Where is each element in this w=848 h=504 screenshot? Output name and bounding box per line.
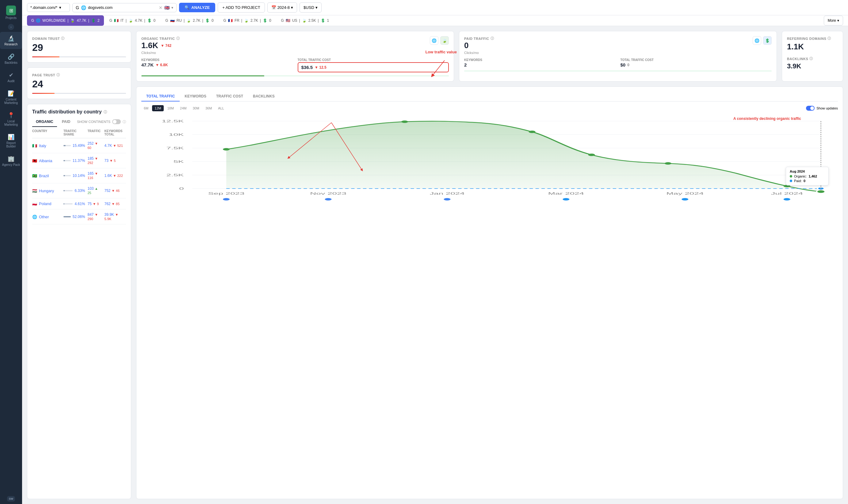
svg-point-30 [444, 198, 450, 200]
share-bar-wrap: 4.61% [64, 202, 85, 206]
sidebar-item-report[interactable]: 📊 Report Builder [0, 131, 22, 151]
btn-6m[interactable]: 6M [141, 105, 151, 111]
backlinks-label: BACKLINKS ⓘ [787, 56, 838, 61]
more-locations-button[interactable]: More ▾ [824, 16, 843, 25]
add-to-project-button[interactable]: + ADD TO PROJECT [218, 2, 265, 13]
country-name[interactable]: 🇭🇺 Hungary [32, 188, 61, 193]
tab-fr[interactable]: G 🇫🇷 FR | 🍃 2.7K | 💲 0 [219, 15, 276, 26]
paid-kw-value: 2 [464, 62, 616, 68]
country-name[interactable]: 🇵🇱 Poland [32, 201, 61, 206]
sidebar-item-backlinks[interactable]: 🔗 Backlinks [0, 50, 22, 68]
sidebar-item-agency[interactable]: 🏢 Agency Pack [0, 152, 22, 169]
sidebar-item-audit[interactable]: ✔ Audit [0, 69, 22, 86]
tab-it[interactable]: G 🇮🇹 IT | 🍃 4.7K | 💲 0 [105, 15, 160, 26]
clear-button[interactable]: ✕ [159, 5, 162, 10]
leaf-view-btn[interactable]: 🍃 [440, 36, 449, 45]
sidebar-item-content[interactable]: 📝 Content Marketing [0, 87, 22, 108]
tab-paid[interactable]: PAID [58, 117, 74, 127]
svg-text:Jul 2024: Jul 2024 [771, 192, 803, 195]
col-traffic: TRAFFIC [88, 129, 102, 136]
chevron-down-icon[interactable]: ▾ [172, 5, 173, 10]
tab-keywords[interactable]: KEYWORDS [180, 92, 211, 102]
tab-total-traffic[interactable]: TOTAL TRAFFIC [141, 92, 180, 102]
globe-view-btn[interactable]: 🌐 [430, 36, 438, 45]
country-name[interactable]: 🇮🇹 Italy [32, 143, 61, 148]
tooltip-date: Aug 2024 [790, 169, 825, 173]
organic-value: 1.6K ▼ 742 [141, 41, 180, 50]
more-label: More [828, 18, 836, 23]
date-value: 2024-8 [277, 5, 290, 10]
paid-kw-label: KEYWORDS [464, 58, 616, 61]
sidebar-toggle[interactable]: › [8, 24, 14, 30]
ref-info[interactable]: ⓘ [828, 36, 831, 41]
btn-30m[interactable]: 30M [191, 105, 202, 111]
tab-worldwide[interactable]: G 🌐 WORLDWIDE | 🍃 47.7K | 💲 2 [27, 15, 104, 26]
continents-toggle-switch[interactable] [112, 119, 121, 124]
svg-point-22 [665, 162, 671, 165]
page-trust-info[interactable]: ⓘ [56, 73, 60, 77]
paid-clicks-label: Clicks/mo [464, 51, 494, 55]
paid-dot [790, 180, 792, 182]
worldwide-score: 2 [97, 18, 100, 23]
traffic-num: 103 ▲ 25 [88, 186, 102, 195]
svg-point-31 [563, 198, 569, 200]
sw-badge[interactable]: SW [7, 496, 15, 502]
svg-text:Sep 2023: Sep 2023 [208, 192, 245, 195]
backlinks-info[interactable]: ⓘ [809, 56, 813, 61]
btn-12m[interactable]: 12M [152, 105, 163, 111]
btn-18m[interactable]: 18M [165, 105, 176, 111]
sidebar-item-projects[interactable]: ⊞ Projects [0, 2, 22, 23]
cost-value: $36.5 ▼ 12.5 [298, 62, 449, 72]
analyze-button[interactable]: 🔍 ANALYZE [179, 3, 215, 12]
share-pct: 10.14% [73, 174, 85, 178]
updates-toggle-switch[interactable] [806, 106, 815, 111]
tab-us[interactable]: G 🇺🇸 US | 🍃 2.5K | 💲 1 [277, 15, 333, 26]
share-bar-fill [64, 216, 71, 217]
domain-trust-info[interactable]: ⓘ [61, 36, 65, 41]
domain-type-select[interactable]: *.domain.com/* ▾ [27, 3, 70, 12]
domain-input-wrap: G 🌐 ✕ 🇬🇧 ▾ [72, 3, 177, 12]
right-column: ORGANIC TRAFFIC ⓘ 1.6K ▼ 742 Clicks/mo 🌐 [136, 31, 843, 499]
add-project-label: + ADD TO PROJECT [222, 5, 260, 10]
fr-traffic: 2.7K [251, 18, 258, 23]
share-pct: 52.06% [73, 215, 85, 219]
continents-info[interactable]: ⓘ [123, 120, 126, 124]
date-selector[interactable]: 📅 2024-8 ▾ [267, 2, 297, 13]
us-traffic: 2.5K [308, 18, 316, 23]
domain-input[interactable] [88, 5, 157, 10]
country-name[interactable]: 🌐 Other [32, 215, 61, 219]
paid-info[interactable]: ⓘ [490, 36, 494, 41]
tab-backlinks[interactable]: BACKLINKS [248, 92, 279, 102]
sidebar: ⊞ Projects › 🔬 Research 🔗 Backlinks ✔ Au… [0, 0, 22, 504]
organic-info[interactable]: ⓘ [176, 36, 180, 41]
share-pct: 6.33% [74, 188, 85, 193]
distribution-info[interactable]: ⓘ [104, 110, 107, 114]
leaf-icon: 🍃 [70, 18, 75, 23]
chart-card: TOTAL TRAFFIC KEYWORDS TRAFFIC COST BACK… [136, 87, 843, 499]
dollar-icon: 💲 [263, 18, 267, 23]
tab-ru[interactable]: G 🇷🇺 RU | 🍃 2.7K | 💲 0 [161, 15, 218, 26]
btn-24m[interactable]: 24M [178, 105, 189, 111]
col-keywords: KEYWORDS TOTAL [105, 129, 126, 136]
organic-label: ORGANIC TRAFFIC ⓘ [141, 36, 180, 41]
btn-36m[interactable]: 36M [203, 105, 214, 111]
tab-organic[interactable]: ORGANIC [32, 117, 57, 127]
share-bar-wrap: 11.37% [64, 159, 85, 163]
col-share: TRAFFIC SHARE [64, 129, 85, 136]
currency-chevron: ▾ [315, 5, 318, 10]
domain-trust-card: DOMAIN TRUST ⓘ 29 [27, 31, 131, 62]
country-name[interactable]: 🇧🇷 Brazil [32, 174, 61, 178]
tab-traffic-cost[interactable]: TRAFFIC COST [211, 92, 248, 102]
btn-all[interactable]: ALL [216, 105, 227, 111]
fr-label: FR [235, 18, 239, 23]
share-bar-wrap: 6.33% [64, 188, 85, 193]
domain-trust-label: DOMAIN TRUST ⓘ [32, 36, 126, 41]
content-icon: 📝 [8, 90, 14, 97]
paid-dollar-btn[interactable]: 💲 [763, 36, 772, 45]
sidebar-item-research[interactable]: 🔬 Research [0, 32, 22, 49]
kw-total: 39.9K ▼ 5.9K [105, 213, 126, 221]
paid-globe-btn[interactable]: 🌐 [753, 36, 761, 45]
country-name[interactable]: 🇦🇱 Albania [32, 159, 61, 163]
sidebar-item-local[interactable]: 📍 Local Marketing [0, 109, 22, 129]
currency-selector[interactable]: $USD ▾ [300, 2, 322, 13]
